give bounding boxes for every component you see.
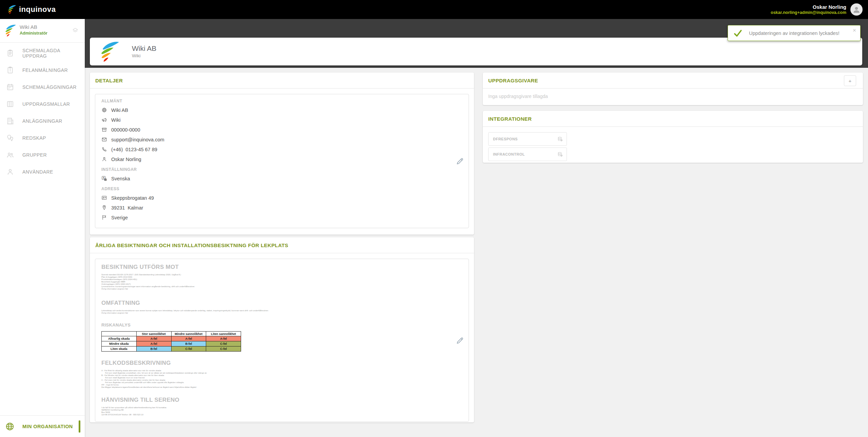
edit-details-pencil-icon[interactable] — [456, 157, 465, 165]
user-menu[interactable]: Oskar Norling oskar.norling+admin@inquin… — [771, 0, 863, 19]
risk-cell: A-fel — [136, 336, 171, 341]
sidebar-item-min-organisation[interactable]: MIN ORGANISATION — [0, 416, 85, 437]
risk-cell: C-fel — [206, 346, 241, 352]
sidebar-item-schemalagda-uppdrag[interactable]: SCHEMALAGDA UPPDRAG — [0, 45, 85, 62]
felkod-text: A - Fel Risk för allvarlig skada alterna… — [101, 370, 462, 389]
user-name: Oskar Norling — [771, 4, 846, 10]
sidebar-item-grupper[interactable]: GRUPPER — [0, 146, 85, 163]
flag-icon — [101, 215, 107, 220]
table-row: Liten skada B-fel C-fel C-fel — [102, 346, 241, 352]
integration-infracontrol[interactable]: INFRACONTROL — [488, 147, 567, 161]
brand-name: inquinova — [19, 5, 56, 14]
sidebar-item-anvandare[interactable]: ANVÄNDARE — [0, 163, 85, 180]
person-icon — [101, 156, 107, 162]
brand[interactable]: inquinova — [6, 4, 56, 15]
detail-row-org-number: 000000-0000 — [101, 125, 462, 135]
detail-value: Svenska — [111, 176, 130, 181]
detail-value: 000000-0000 — [111, 127, 140, 133]
risk-cell: A-fel — [136, 341, 171, 346]
sidebar-item-uppdragsmallar[interactable]: UPPDRAGSMALLAR — [0, 96, 85, 113]
megaphone-icon — [101, 117, 107, 123]
detail-row-display-name: Wiki — [101, 115, 462, 125]
org-logo-icon — [3, 24, 16, 37]
hanvisning-text: I de fall Ni har synpunkter på utförd sä… — [101, 406, 462, 416]
page-title: Wiki AB — [132, 44, 156, 53]
check-icon — [733, 29, 743, 38]
sidebar-item-label: REDSKAP — [22, 135, 46, 141]
inspections-box: BESIKTNING UTFÖRS MOT Svensk standard SS… — [95, 259, 469, 422]
sidebar-item-redskap[interactable]: REDSKAP — [0, 130, 85, 146]
sidebar-item-label: ANLÄGGNINGAR — [22, 118, 62, 124]
calendar-icon — [6, 83, 14, 91]
risk-row-label: Liten skada — [102, 346, 137, 352]
sidebar-item-label: GRUPPER — [22, 152, 47, 158]
user-email: oskar.norling+admin@inquinova.com — [771, 10, 846, 15]
details-card: DETALJER ALLMÄNT Wiki AB Wiki 000000- — [90, 73, 474, 235]
sidebar-item-felanmalningar[interactable]: FELANMÄLNINGAR — [0, 62, 85, 79]
org-logo-icon — [96, 40, 120, 63]
risk-cell: B-fel — [171, 341, 206, 346]
integrations-card: INTEGRATIONER DFRESPONS INFRACONTROL — [483, 111, 863, 163]
detail-value: Skeppsbrogatan 49 — [111, 195, 154, 201]
avatar[interactable] — [850, 3, 863, 16]
detail-row-language: Svenska — [101, 174, 462, 183]
risk-cell: B-fel — [136, 346, 171, 352]
risk-col-header: Mindre sannolikhet — [171, 332, 206, 336]
add-client-button[interactable]: + — [844, 75, 856, 86]
hanvisning-heading: HÄNVISNING TILL SERENO — [101, 397, 462, 403]
page-subtitle: Wiki — [132, 53, 156, 59]
detail-row-contact: Oskar Norling — [101, 154, 462, 164]
inspections-card-title: ÅRLIGA BESIKTNINGAR OCH INSTALLATIONSBES… — [90, 237, 474, 253]
sidebar-item-label: SCHEMALÄGGNINGAR — [22, 84, 77, 90]
detail-value: Sverige — [111, 215, 128, 220]
clients-card: UPPDRAGSGIVARE + Inga uppdragsgivare til… — [483, 73, 863, 105]
org-switcher-layers-icon[interactable] — [72, 27, 79, 34]
detail-value: Wiki AB — [111, 107, 128, 113]
detail-row-country: Sverige — [101, 213, 462, 222]
close-icon[interactable]: × — [853, 27, 856, 33]
sidebar-footer: MIN ORGANISATION — [0, 415, 85, 437]
brand-logo-icon — [6, 4, 16, 15]
risk-row-label: Allvarlig skada — [102, 336, 137, 341]
active-indicator — [79, 420, 80, 433]
toast-message: Uppdateringen av integrationen lyckades! — [749, 31, 840, 36]
section-label: ALLMÄNT — [101, 99, 462, 103]
sidebar-item-label: SCHEMALAGDA UPPDRAG — [22, 48, 85, 59]
clients-card-title: UPPDRAGSGIVARE — [483, 73, 863, 88]
sidebar-nav: SCHEMALAGDA UPPDRAG FELANMÄLNINGAR SCHEM… — [0, 43, 85, 180]
error-report-icon — [6, 66, 14, 74]
sidebar-item-label: ANVÄNDARE — [22, 169, 53, 175]
sidebar-item-label: UPPDRAGSMALLAR — [22, 101, 70, 107]
detail-value: Wiki — [111, 117, 120, 123]
topbar: inquinova Oskar Norling oskar.norling+ad… — [0, 0, 868, 19]
risk-cell: C-fel — [206, 341, 241, 346]
detail-row-street: Skeppsbrogatan 49 — [101, 193, 462, 203]
omfattning-heading: OMFATTNING — [101, 300, 462, 306]
table-row: Allvarlig skada A-fel A-fel A-fel — [102, 336, 241, 341]
inspections-card: ÅRLIGA BESIKTNINGAR OCH INSTALLATIONSBES… — [90, 237, 474, 422]
map-pins-icon — [6, 134, 14, 142]
detail-row-city: 39231 Kalmar — [101, 203, 462, 213]
sidebar-item-anlaggningar[interactable]: ANLÄGGNINGAR — [0, 113, 85, 130]
details-card-title: DETALJER — [90, 73, 474, 88]
risk-col-header: Stor sannolikhet — [136, 332, 171, 336]
detail-row-company: Wiki AB — [101, 105, 462, 115]
clients-empty-text: Inga uppdragsgivare tillagda — [483, 88, 863, 104]
risk-cell: C-fel — [171, 346, 206, 352]
integration-label: INFRACONTROL — [493, 152, 525, 156]
globe-icon — [5, 421, 15, 432]
database-gear-icon — [557, 152, 563, 158]
sidebar-item-label: FELANMÄLNINGAR — [22, 67, 68, 73]
address-card-icon — [101, 195, 107, 201]
sidebar-item-schemalaggningar[interactable]: SCHEMALÄGGNINGAR — [0, 79, 85, 96]
success-toast: Uppdateringen av integrationen lyckades!… — [728, 25, 861, 41]
section-label: INSTÄLLNINGAR — [101, 167, 462, 172]
besiktning-text: Svensk standard SS-EN 1176:2017. (SIS St… — [101, 274, 462, 290]
besiktning-heading: BESIKTNING UTFÖRS MOT — [101, 264, 462, 271]
edit-inspections-pencil-icon[interactable] — [456, 336, 465, 345]
avatar-person-icon — [852, 5, 861, 14]
page-header-card: Wiki AB Wiki — [90, 38, 862, 65]
risk-col-header: Liten sannolikhet — [206, 332, 241, 336]
section-label: ADRESS — [101, 186, 462, 191]
integration-dfrespons[interactable]: DFRESPONS — [488, 132, 567, 146]
